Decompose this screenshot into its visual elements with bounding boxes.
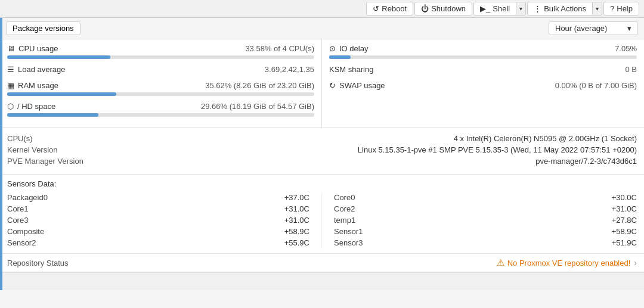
ram-icon: ▦ xyxy=(7,81,14,90)
shell-dropdown-arrow[interactable]: ▾ xyxy=(516,2,525,15)
cpu-info-value: 4 x Intel(R) Celeron(R) N5095 @ 2.00GHz … xyxy=(454,134,637,143)
sensor-row: Core2 +31.0C xyxy=(334,203,637,214)
question-icon: ? xyxy=(610,4,614,13)
sensor-label: temp1 xyxy=(334,216,355,225)
pve-info-value: pve-manager/7.2-3/c743d6c1 xyxy=(535,157,637,166)
stats-left: 🖥 CPU usage 33.58% of 4 CPU(s) ☰ Load av… xyxy=(0,39,322,127)
terminal-icon: ▶_ xyxy=(480,4,490,13)
ksm-label: KSM sharing xyxy=(329,65,373,74)
hd-progress-container xyxy=(7,113,314,117)
sensor-label: Composite xyxy=(7,227,44,236)
ram-progress-bar xyxy=(7,92,116,96)
io-delay-row: ⊙ IO delay 7.05% xyxy=(329,44,637,53)
sensor-label: Core2 xyxy=(334,204,355,213)
bulk-actions-dropdown-arrow[interactable]: ▾ xyxy=(592,2,602,15)
power-icon: ⏻ xyxy=(421,4,429,13)
ram-value: 35.62% (8.26 GiB of 23.20 GiB) xyxy=(205,81,314,90)
ram-usage-row: ▦ RAM usage 35.62% (8.26 GiB of 23.20 Gi… xyxy=(7,81,314,90)
sensor-label: Core3 xyxy=(7,216,28,225)
sensor-label: Core1 xyxy=(7,204,28,213)
sensor-row: Core0 +30.0C xyxy=(334,192,637,203)
sensor-row: Core3 +31.0C xyxy=(7,214,309,226)
bulk-actions-main[interactable]: ⋮ Bulk Actions xyxy=(528,2,592,15)
shell-main[interactable]: ▶_ Shell xyxy=(474,2,516,15)
ram-progress-container xyxy=(7,92,314,96)
hd-value: 29.66% (16.19 GiB of 54.57 GiB) xyxy=(201,102,314,111)
sensor-value: +51.9C xyxy=(612,238,637,247)
sensors-grid: Packageid0 +37.0CCore1 +31.0CCore3 +31.0… xyxy=(7,192,637,248)
help-button[interactable]: ? Help xyxy=(603,2,639,15)
left-accent xyxy=(0,18,2,290)
repo-status-row[interactable]: Repository Status ⚠ No Proxmox VE reposi… xyxy=(0,254,644,272)
shell-button-split[interactable]: ▶_ Shell ▾ xyxy=(473,2,526,15)
stats-grid: 🖥 CPU usage 33.58% of 4 CPU(s) ☰ Load av… xyxy=(0,39,644,128)
swap-label: ↻ SWAP usage xyxy=(329,81,385,90)
hd-progress-bar xyxy=(7,113,98,117)
hd-icon: ⬡ xyxy=(7,102,14,111)
io-value: 7.05% xyxy=(615,44,637,53)
swap-row: ↻ SWAP usage 0.00% (0 B of 7.00 GiB) xyxy=(329,81,637,90)
reboot-button[interactable]: ↺ Reboot xyxy=(366,2,413,15)
hour-average-label: Hour (average) xyxy=(555,24,607,33)
kernel-info-label: Kernel Version xyxy=(7,145,103,154)
shutdown-button[interactable]: ⏻ Shutdown xyxy=(414,2,472,15)
sensor-value: +55.9C xyxy=(284,238,309,247)
cpu-value: 33.58% of 4 CPU(s) xyxy=(245,44,314,53)
sensor-label: Core0 xyxy=(334,193,355,202)
swap-icon: ↻ xyxy=(329,81,336,90)
ksm-value: 0 B xyxy=(625,65,637,74)
io-progress-container xyxy=(329,55,637,59)
io-label: ⊙ IO delay xyxy=(329,44,368,53)
warning-icon: ⚠ xyxy=(497,257,504,268)
package-versions-label: Package versions xyxy=(13,24,74,33)
io-icon: ⊙ xyxy=(329,44,336,53)
menu-icon: ⋮ xyxy=(534,4,541,13)
sensor-value: +31.0C xyxy=(284,204,309,213)
hd-label: ⬡ / HD space xyxy=(7,102,55,111)
ram-label: ▦ RAM usage xyxy=(7,81,58,90)
sensor-row: temp1 +27.8C xyxy=(334,214,637,226)
hour-average-select[interactable]: Hour (average) ▾ xyxy=(549,21,638,35)
load-value: 3.69,2.42,1.35 xyxy=(265,65,314,74)
sensor-value: +27.8C xyxy=(612,216,637,225)
repo-warning: ⚠ No Proxmox VE repository enabled! xyxy=(497,257,631,268)
shell-label: Shell xyxy=(493,4,510,13)
reboot-label: Reboot xyxy=(382,4,407,13)
cpu-usage-row: 🖥 CPU usage 33.58% of 4 CPU(s) xyxy=(7,44,314,53)
package-versions-button[interactable]: Package versions xyxy=(6,21,80,35)
sensor-value: +31.0C xyxy=(612,204,637,213)
bulk-actions-label: Bulk Actions xyxy=(544,4,586,13)
toolbar: ↺ Reboot ⏻ Shutdown ▶_ Shell ▾ ⋮ Bulk Ac… xyxy=(0,0,644,18)
reboot-icon: ↺ xyxy=(373,4,379,13)
cpu-info-label: CPU(s) xyxy=(7,134,103,143)
sensors-title: Sensors Data: xyxy=(7,179,637,188)
hd-space-row: ⬡ / HD space 29.66% (16.19 GiB of 54.57 … xyxy=(7,102,314,111)
swap-value: 0.00% (0 B of 7.00 GiB) xyxy=(555,81,637,90)
cpu-label: 🖥 CPU usage xyxy=(7,44,58,53)
load-label: ☰ Load average xyxy=(7,65,66,74)
sensor-row: Sensor3 +51.9C xyxy=(334,237,637,248)
sensor-label: Sensor3 xyxy=(334,238,363,247)
sensors-right: Core0 +30.0CCore2 +31.0Ctemp1 +27.8CSens… xyxy=(322,192,637,248)
pve-info-row: PVE Manager Version pve-manager/7.2-3/c7… xyxy=(7,157,637,166)
sensor-label: Sensor2 xyxy=(7,238,36,247)
repo-warning-text: No Proxmox VE repository enabled! xyxy=(507,259,631,267)
bottom-bar xyxy=(0,272,644,290)
bulk-actions-button-split[interactable]: ⋮ Bulk Actions ▾ xyxy=(527,2,602,15)
repo-status-label: Repository Status xyxy=(7,259,103,267)
io-progress-bar xyxy=(329,55,351,59)
sensor-row: Packageid0 +37.0C xyxy=(7,192,309,203)
sensor-value: +58.9C xyxy=(612,227,637,236)
sensor-row: Sensor2 +55.9C xyxy=(7,237,309,248)
stats-right: ⊙ IO delay 7.05% KSM sharing 0 B ↻ SWAP … xyxy=(322,39,644,127)
sensor-value: +31.0C xyxy=(284,216,309,225)
sensors-section: Sensors Data: Packageid0 +37.0CCore1 +31… xyxy=(0,175,644,254)
sensor-row: Sensor1 +58.9C xyxy=(334,226,637,237)
cpu-progress-bar xyxy=(7,55,110,59)
repo-chevron-right-icon: › xyxy=(634,258,637,267)
sensor-row: Composite +58.9C xyxy=(7,226,309,237)
ksm-row: KSM sharing 0 B xyxy=(329,65,637,74)
load-icon: ☰ xyxy=(7,65,14,74)
kernel-info-row: Kernel Version Linux 5.15.35-1-pve #1 SM… xyxy=(7,145,637,154)
sensor-row: Core1 +31.0C xyxy=(7,203,309,214)
